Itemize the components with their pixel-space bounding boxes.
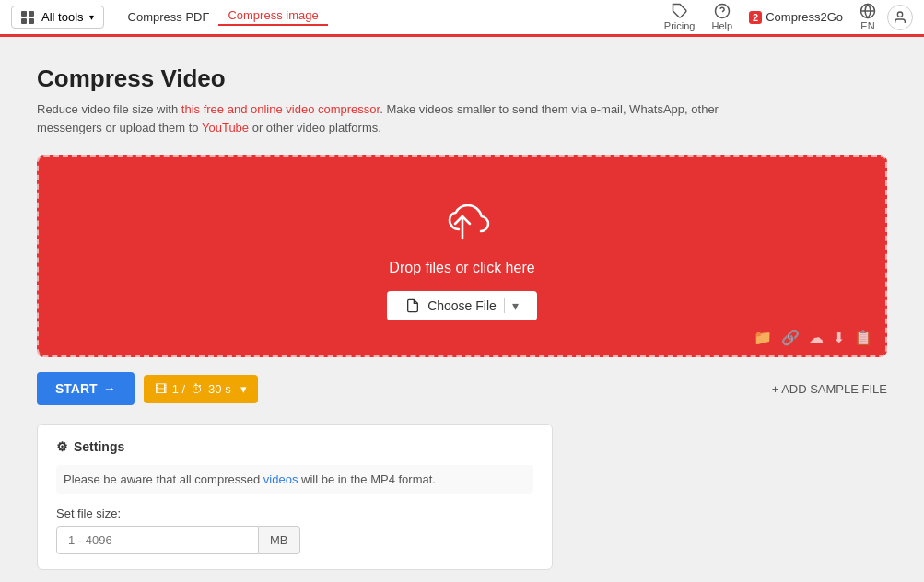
action-bar: START → 🎞 1 / ⏱ 30 s ▾ + ADD SAMPLE FILE xyxy=(37,372,887,405)
file-count: 1 / xyxy=(172,382,185,396)
language-button[interactable]: EN xyxy=(854,3,882,31)
page-title: Compress Video xyxy=(37,64,887,93)
nav-compress-pdf[interactable]: Compress PDF xyxy=(119,10,219,24)
compress2go-icon: 2 xyxy=(749,11,762,24)
file-size-unit: MB xyxy=(259,526,300,554)
settings-title: Settings xyxy=(74,439,124,454)
navbar-left: All tools ▾ Compress PDF Compress image xyxy=(11,6,328,29)
action-bar-left: START → 🎞 1 / ⏱ 30 s ▾ xyxy=(37,372,258,405)
download-icon[interactable]: ⬇ xyxy=(833,329,845,346)
tag-icon xyxy=(672,3,688,19)
cloud-icon[interactable]: ☁ xyxy=(809,329,824,346)
clipboard-icon[interactable]: 📋 xyxy=(854,329,872,346)
help-button[interactable]: Help xyxy=(706,3,738,31)
settings-header: ⚙ Settings xyxy=(56,439,533,454)
grid-icon xyxy=(21,11,34,24)
globe-icon xyxy=(860,3,876,19)
notice-link[interactable]: videos xyxy=(263,472,298,486)
film-icon: 🎞 xyxy=(155,382,167,396)
help-label: Help xyxy=(711,20,732,31)
page-description: Reduce video file size with this free an… xyxy=(37,100,774,136)
gear-icon: ⚙ xyxy=(56,439,68,454)
compress2go-label: Compress2Go xyxy=(766,10,843,24)
file-size-label: Set file size: xyxy=(56,506,533,520)
chevron-down-icon: ▾ xyxy=(89,12,94,22)
all-tools-button[interactable]: All tools ▾ xyxy=(11,6,104,29)
settings-panel: ⚙ Settings Please be aware that all comp… xyxy=(37,424,553,570)
file-size-input[interactable] xyxy=(56,526,259,554)
link-icon[interactable]: 🔗 xyxy=(781,329,800,346)
start-label-top: START xyxy=(55,381,98,396)
dropzone-bottom-icons: 📁 🔗 ☁ ⬇ 📋 xyxy=(754,329,872,346)
svg-point-5 xyxy=(897,12,902,17)
navbar-right: Pricing Help 2 Compress2Go EN xyxy=(659,3,913,31)
settings-notice: Please be aware that all compressed vide… xyxy=(56,465,533,494)
start-button-top[interactable]: START → xyxy=(37,372,135,405)
page-content: Compress Video Reduce video file size wi… xyxy=(0,37,924,582)
help-icon xyxy=(714,3,731,19)
clock-icon: ⏱ xyxy=(191,382,203,396)
choose-file-label: Choose File xyxy=(427,298,497,313)
user-icon xyxy=(893,10,907,25)
file-icon xyxy=(405,298,420,313)
file-duration: 30 s xyxy=(208,382,231,396)
dropzone[interactable]: Drop files or click here Choose File ▾ 📁… xyxy=(37,155,887,357)
add-sample-button[interactable]: + ADD SAMPLE FILE xyxy=(772,382,887,396)
lang-label: EN xyxy=(860,20,874,31)
file-size-input-row: MB xyxy=(56,526,533,554)
file-info-badge[interactable]: 🎞 1 / ⏱ 30 s ▾ xyxy=(144,375,258,403)
arrow-right-icon: → xyxy=(103,381,116,396)
add-sample-label: + ADD SAMPLE FILE xyxy=(772,382,887,396)
choose-file-button[interactable]: Choose File ▾ xyxy=(387,291,537,320)
badge-chevron-icon: ▾ xyxy=(240,382,247,396)
user-button[interactable] xyxy=(887,5,913,30)
pricing-label: Pricing xyxy=(664,20,696,31)
folder-icon[interactable]: 📁 xyxy=(754,329,772,346)
all-tools-label: All tools xyxy=(41,10,84,24)
desc-link-youtube[interactable]: YouTube xyxy=(202,121,249,134)
navbar: All tools ▾ Compress PDF Compress image … xyxy=(0,0,924,37)
pricing-button[interactable]: Pricing xyxy=(659,3,701,31)
choose-file-chevron: ▾ xyxy=(504,298,519,313)
nav-compress-image[interactable]: Compress image xyxy=(218,8,327,26)
dropzone-text: Drop files or click here xyxy=(389,260,534,276)
upload-cloud-icon xyxy=(429,192,496,250)
compress2go-button[interactable]: 2 Compress2Go xyxy=(743,10,848,24)
desc-link-free[interactable]: this free and online video compressor xyxy=(181,102,380,116)
